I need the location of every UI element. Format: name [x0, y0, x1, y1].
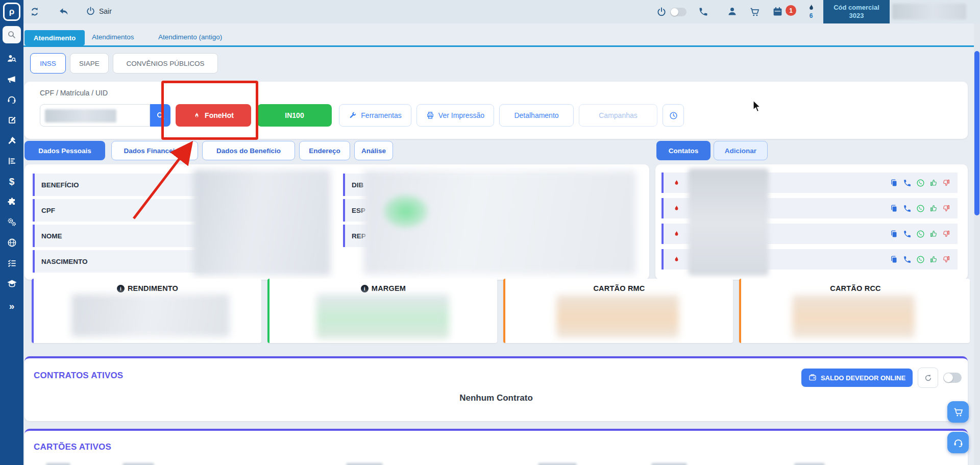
segment-siape[interactable]: SIAPE — [70, 53, 109, 74]
refresh-icon[interactable] — [30, 7, 40, 17]
whatsapp-icon[interactable] — [916, 179, 925, 187]
scrollbar-thumb[interactable] — [974, 51, 979, 215]
hammer-icon — [7, 136, 17, 145]
saldo-devedor-button[interactable]: SALDO DEVEDOR ONLINE — [801, 369, 913, 387]
calendar-icon[interactable] — [772, 6, 783, 17]
nav-tab-atendimentos[interactable]: Atendimentos — [92, 33, 134, 41]
toggle-knob — [944, 373, 953, 382]
wrench-icon — [349, 111, 357, 119]
info-icon[interactable]: i — [117, 285, 125, 292]
logout-label: Sair — [99, 7, 112, 15]
phone-icon[interactable] — [903, 230, 912, 238]
ver-impressao-button[interactable]: Ver Impressão — [416, 104, 494, 127]
thumbs-up-icon[interactable] — [929, 204, 938, 212]
saldo-toggle[interactable] — [943, 373, 962, 383]
redacted-username — [892, 4, 966, 19]
sidebar-item-tools[interactable] — [0, 132, 23, 149]
sidebar-item-client-search[interactable] — [0, 50, 23, 67]
thumbs-down-icon[interactable] — [942, 255, 950, 263]
contracts-section: CONTRATOS ATIVOS Nenhum Contrato SALDO D… — [24, 356, 968, 421]
sidebar-item-training[interactable] — [0, 275, 23, 292]
logout-button[interactable]: Sair — [86, 6, 112, 16]
user-icon[interactable] — [727, 6, 738, 17]
undo-icon[interactable] — [59, 7, 69, 17]
flame-counter[interactable]: 6 — [805, 3, 817, 19]
sidebar-item-integrations[interactable] — [0, 193, 23, 210]
ver-impressao-label: Ver Impressão — [438, 111, 484, 119]
sidebar: $ — [0, 23, 23, 465]
tab-dados-pessoais[interactable]: Dados Pessoais — [24, 141, 105, 160]
phone-icon[interactable] — [698, 7, 708, 17]
sidebar-collapse-button[interactable]: » — [0, 297, 23, 314]
tab-dados-beneficio[interactable]: Dados do Benefício — [202, 141, 295, 160]
field-label: CPF — [41, 207, 55, 214]
tab-endereco[interactable]: Endereço — [299, 141, 350, 160]
thumbs-down-icon[interactable] — [942, 179, 950, 187]
flame-count: 6 — [805, 13, 817, 19]
nav-tab-atendimento-antigo[interactable]: Atendimento (antigo) — [158, 33, 222, 41]
redacted-margem-values — [316, 294, 449, 339]
status-toggle[interactable] — [670, 8, 687, 16]
nav-tab-atendimento[interactable]: Atendimento — [24, 30, 85, 45]
copy-icon[interactable] — [890, 230, 898, 238]
sidebar-search-button[interactable] — [3, 26, 21, 43]
sidebar-item-web[interactable] — [0, 234, 23, 251]
floating-support-button[interactable] — [947, 432, 969, 453]
redacted-rcc-values — [792, 295, 915, 338]
sidebar-item-reports[interactable] — [0, 152, 23, 169]
thumbs-down-icon[interactable] — [942, 230, 950, 238]
whatsapp-icon[interactable] — [916, 204, 925, 213]
thumbs-up-icon[interactable] — [929, 230, 938, 238]
thumbs-down-icon[interactable] — [942, 204, 950, 212]
thumbs-up-icon[interactable] — [929, 255, 938, 263]
sidebar-item-register[interactable] — [0, 111, 23, 129]
copy-icon[interactable] — [890, 204, 898, 213]
double-chevron-right-icon: » — [9, 301, 15, 311]
clock-icon — [669, 111, 678, 120]
sidebar-item-financial[interactable]: $ — [0, 173, 23, 190]
history-clock-button[interactable] — [663, 104, 684, 127]
flame-icon — [805, 3, 817, 13]
info-icon[interactable]: i — [361, 285, 369, 292]
tab-contatos[interactable]: Contatos — [656, 141, 710, 160]
active-cards-section: CARTÕES ATIVOS — [24, 429, 968, 465]
power-icon[interactable] — [656, 7, 667, 17]
redacted-column-header — [794, 463, 825, 465]
megaphone-icon — [7, 74, 17, 84]
gears-icon — [7, 217, 17, 227]
logo-mark: ρ — [3, 3, 20, 21]
active-cards-title: CARTÕES ATIVOS — [34, 442, 111, 452]
copy-icon[interactable] — [890, 179, 898, 187]
add-contact-button[interactable]: Adicionar — [714, 141, 768, 160]
sidebar-item-campaigns[interactable] — [0, 70, 23, 88]
thumbs-up-icon[interactable] — [929, 179, 938, 187]
ferramentas-button[interactable]: Ferramentas — [339, 104, 411, 127]
floating-cart-button[interactable] — [947, 401, 969, 423]
campanhas-button[interactable]: Campanhas — [579, 104, 657, 127]
checklist-icon — [7, 258, 17, 268]
user-search-icon — [7, 54, 17, 64]
calendar-badge: 1 — [786, 5, 796, 16]
sidebar-item-support[interactable] — [0, 91, 23, 108]
segment-inss[interactable]: INSS — [30, 53, 66, 74]
reload-saldo-button[interactable] — [918, 368, 938, 388]
app-root: { "topbar": { "sair_label": "Sair", "cal… — [0, 0, 980, 465]
sidebar-item-settings[interactable] — [0, 213, 23, 231]
segment-convenios[interactable]: CONVÊNIOS PÚBLICOS — [113, 53, 218, 74]
redacted-contact-names — [688, 168, 769, 276]
redacted-person-values-left — [193, 169, 331, 276]
tab-analise[interactable]: Análise — [354, 141, 393, 160]
in100-button[interactable]: IN100 — [257, 104, 332, 127]
whatsapp-icon[interactable] — [916, 230, 925, 238]
phone-icon[interactable] — [903, 255, 912, 264]
phone-icon[interactable] — [903, 204, 912, 213]
copy-icon[interactable] — [890, 255, 898, 264]
cart-icon[interactable] — [749, 7, 760, 17]
redacted-column-header — [346, 463, 383, 465]
detalhamento-button[interactable]: Detalhamento — [499, 104, 574, 127]
cpf-input[interactable] — [40, 104, 150, 127]
sidebar-item-tasks[interactable] — [0, 254, 23, 272]
redacted-column-header — [651, 463, 687, 465]
whatsapp-icon[interactable] — [916, 255, 925, 264]
phone-icon[interactable] — [903, 179, 912, 187]
